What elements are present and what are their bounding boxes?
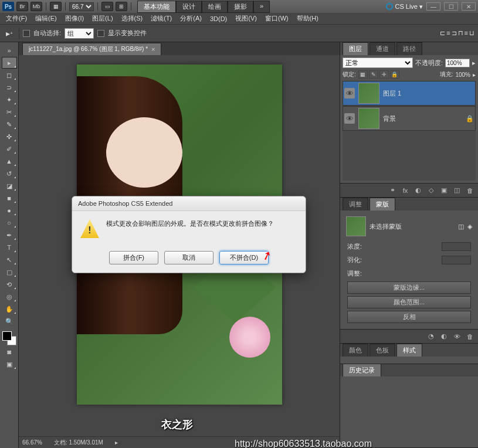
maximize-button[interactable]: ☐ [444, 2, 458, 11]
close-button[interactable]: ✕ [462, 2, 476, 11]
layer-row[interactable]: 👁 图层 1 [343, 81, 476, 106]
arrange-icon[interactable]: ▭ [101, 2, 113, 11]
align-icon[interactable]: ⊓ [458, 29, 463, 37]
new-layer-icon[interactable]: ◫ [451, 185, 463, 196]
blend-mode-select[interactable]: 正常 [343, 57, 413, 68]
document-tab[interactable]: jc111227_1a.jpg @ 66.7% (图层 1, RGB/8#) *… [22, 43, 161, 55]
heal-tool[interactable]: ✜ [2, 131, 17, 142]
zoom-percent[interactable]: 66.67% [22, 439, 42, 446]
layer-name[interactable]: 背景 [383, 114, 462, 123]
link-icon[interactable]: ⚭ [387, 185, 398, 196]
3d-orbit-tool[interactable]: ◎ [2, 291, 17, 303]
load-selection-icon[interactable]: ◔ [425, 331, 437, 342]
workspace-tab-painting[interactable]: 绘画 [202, 1, 228, 13]
workspace-tab-design[interactable]: 设计 [176, 1, 202, 13]
align-icon[interactable]: ≡ [446, 29, 450, 37]
delete-mask-icon[interactable]: 🗑 [464, 331, 476, 342]
align-icon[interactable]: ≡ [465, 29, 468, 37]
menu-edit[interactable]: 编辑(E) [32, 13, 60, 24]
brush-tool[interactable]: ✐ [2, 143, 17, 155]
delete-icon[interactable]: 🗑 [464, 185, 476, 196]
bridge-button[interactable]: Br [16, 2, 28, 11]
menu-window[interactable]: 窗口(W) [262, 13, 292, 24]
3d-rotate-tool[interactable]: ⟲ [2, 279, 17, 290]
auto-select-checkbox[interactable] [23, 30, 30, 37]
visibility-icon[interactable]: 👁 [344, 113, 355, 124]
feather-input[interactable] [442, 256, 471, 264]
tab-swatches[interactable]: 色板 [369, 344, 395, 357]
show-transform-checkbox[interactable] [97, 30, 104, 37]
vector-mask-icon[interactable]: ◈ [467, 223, 472, 230]
workspace-tab-photo[interactable]: 摄影 [228, 1, 253, 13]
foreground-color[interactable] [2, 331, 12, 341]
menu-image[interactable]: 图像(I) [62, 13, 87, 24]
tab-layers[interactable]: 图层 [343, 42, 368, 55]
type-tool[interactable]: T [2, 242, 17, 253]
hand-tool[interactable]: ✋ [2, 303, 17, 315]
eraser-tool[interactable]: ◪ [2, 180, 17, 192]
align-icon[interactable]: ⊐ [452, 29, 457, 37]
move-tool[interactable]: ▸ [2, 57, 17, 69]
pixel-mask-icon[interactable]: ◫ [458, 223, 464, 230]
dodge-tool[interactable]: ○ [2, 217, 17, 229]
tab-adjustments[interactable]: 调整 [343, 198, 368, 211]
extras-icon[interactable]: ⊞ [116, 2, 127, 11]
tab-styles[interactable]: 样式 [396, 344, 422, 357]
history-brush-tool[interactable]: ↺ [2, 168, 17, 179]
tab-history[interactable]: 历史记录 [343, 364, 381, 376]
dont-flatten-button[interactable]: 不拼合(D) [219, 251, 269, 264]
opacity-arrow-icon[interactable]: ▸ [472, 59, 476, 67]
align-icon[interactable]: ⊔ [469, 29, 474, 37]
screenmode-icon[interactable]: ▣ [2, 358, 17, 370]
lock-position-icon[interactable]: ✛ [379, 70, 389, 79]
move-tool-icon[interactable]: ▸+ [4, 28, 15, 39]
color-swatches[interactable] [2, 331, 16, 345]
lock-transparent-icon[interactable]: ▦ [358, 70, 368, 79]
minibridge-button[interactable]: Mb [30, 2, 42, 11]
eyedropper-tool[interactable]: ✎ [2, 118, 17, 130]
workspace-tab-more[interactable]: » [253, 1, 270, 13]
cancel-button[interactable]: 取消 [164, 251, 213, 264]
invert-button[interactable]: 反相 [347, 311, 471, 323]
stamp-tool[interactable]: ▲ [2, 155, 17, 167]
tab-masks[interactable]: 蒙版 [369, 198, 395, 211]
lock-pixels-icon[interactable]: ✎ [369, 70, 378, 79]
flatten-button[interactable]: 拼合(F) [109, 251, 158, 264]
menu-select[interactable]: 选择(S) [118, 13, 147, 24]
gradient-tool[interactable]: ■ [2, 192, 17, 204]
doc-info-arrow[interactable]: ▸ [115, 439, 118, 446]
align-icon[interactable]: ⊏ [440, 29, 445, 37]
mask-edge-button[interactable]: 蒙版边缘... [347, 281, 471, 294]
menu-view[interactable]: 视图(V) [232, 13, 260, 24]
menu-filter[interactable]: 滤镜(T) [147, 13, 175, 24]
zoom-tool[interactable]: 🔍 [2, 315, 17, 327]
menu-help[interactable]: 帮助(H) [293, 13, 322, 24]
menu-file[interactable]: 文件(F) [2, 13, 30, 24]
fill-value[interactable]: 100% [455, 72, 470, 78]
collapse-icon[interactable]: » [2, 45, 17, 56]
screen-mode-icon[interactable]: ▦ [50, 2, 62, 11]
path-select-tool[interactable]: ↖ [2, 254, 17, 266]
close-tab-icon[interactable]: × [151, 46, 155, 53]
mask-icon[interactable]: ◐ [412, 185, 424, 196]
disable-mask-icon[interactable]: 👁 [451, 331, 463, 342]
group-icon[interactable]: ▣ [438, 185, 450, 196]
zoom-dropdown[interactable]: 66.7 [69, 2, 94, 11]
tab-channels[interactable]: 通道 [369, 42, 395, 55]
crop-tool[interactable]: ✂ [2, 106, 17, 118]
menu-analysis[interactable]: 分析(A) [177, 13, 205, 24]
layer-thumbnail[interactable] [358, 108, 379, 129]
cslive-button[interactable]: CS Live ▾ [386, 3, 423, 11]
opacity-value[interactable]: 100% [445, 59, 470, 67]
visibility-icon[interactable]: 👁 [344, 88, 355, 99]
apply-mask-icon[interactable]: ◐ [438, 331, 450, 342]
lock-all-icon[interactable]: 🔒 [390, 70, 399, 79]
mask-thumbnail[interactable] [346, 216, 366, 236]
minimize-button[interactable]: — [426, 2, 440, 11]
layer-row[interactable]: 👁 背景 🔒 [343, 106, 476, 131]
blur-tool[interactable]: ● [2, 205, 17, 216]
fill-arrow-icon[interactable]: ▸ [473, 72, 476, 78]
color-range-button[interactable]: 颜色范围... [347, 296, 471, 308]
density-input[interactable] [442, 242, 471, 251]
adjustment-icon[interactable]: ◇ [425, 185, 437, 196]
